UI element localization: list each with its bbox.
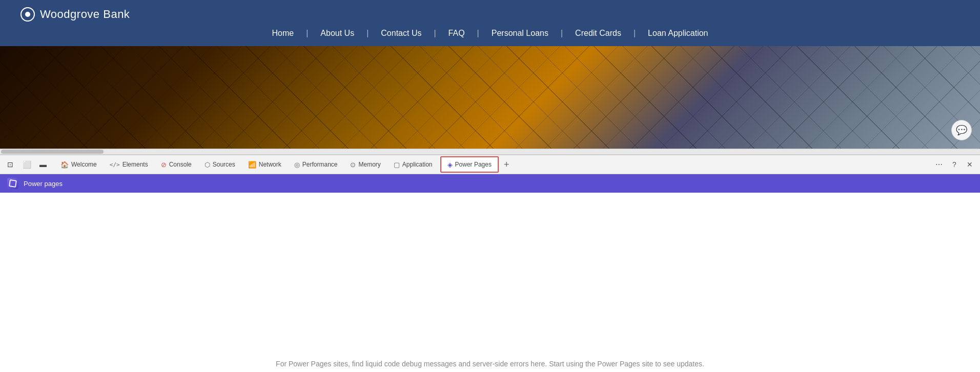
nav-about[interactable]: About Us	[308, 29, 366, 38]
more-icon: ⋯	[935, 160, 943, 169]
hero-image: 💬	[0, 46, 980, 149]
help-button[interactable]: ?	[947, 157, 962, 172]
power-pages-tab-icon: ◈	[447, 161, 453, 169]
dock-icon: ▬	[39, 160, 47, 169]
tab-elements[interactable]: </> Elements	[104, 155, 155, 174]
elements-icon: </>	[110, 161, 120, 168]
tab-power-pages[interactable]: ◈ Power Pages	[440, 156, 499, 173]
devtools-right-controls: ⋯ ? ✕	[932, 157, 977, 172]
close-devtools-button[interactable]: ✕	[963, 157, 977, 172]
bank-nav: Home | About Us | Contact Us | FAQ | Per…	[0, 29, 980, 46]
feedback-button[interactable]: 💬	[951, 120, 972, 140]
tab-network-label: Network	[259, 161, 281, 168]
scroll-thumb[interactable]	[1, 150, 104, 154]
plus-icon: +	[504, 159, 509, 170]
close-icon: ✕	[967, 160, 973, 169]
console-icon: ⊘	[161, 161, 167, 169]
horizontal-scrollbar[interactable]	[0, 149, 980, 155]
tab-application-label: Application	[402, 161, 433, 168]
devtools-tabbar: ⊡ ⬜ ▬ 🏠 Welcome </> Elements ⊘ Console	[0, 155, 980, 174]
help-icon: ?	[952, 160, 956, 169]
feedback-icon: 💬	[956, 125, 967, 136]
nav-home[interactable]: Home	[259, 29, 306, 38]
network-icon: 📶	[248, 161, 256, 169]
power-pages-logo	[7, 178, 18, 189]
devtools-tabs: 🏠 Welcome </> Elements ⊘ Console ⬡ Sourc…	[54, 155, 932, 174]
power-pages-content-area: For Power Pages sites, find liquid code …	[0, 193, 980, 372]
devtools-panel: ⊡ ⬜ ▬ 🏠 Welcome </> Elements ⊘ Console	[0, 155, 980, 372]
power-pages-logo-shape	[9, 179, 17, 188]
sources-icon: ⬡	[205, 161, 210, 169]
tab-power-pages-label: Power Pages	[455, 161, 492, 168]
bank-header: Woodgrove Bank	[0, 0, 980, 29]
add-tab-button[interactable]: +	[500, 155, 514, 174]
tab-elements-label: Elements	[122, 161, 148, 168]
device-emulation-button[interactable]: ⊡	[3, 157, 17, 172]
bank-logo	[21, 7, 35, 22]
tab-welcome-label: Welcome	[71, 161, 97, 168]
devtools-left-icons: ⊡ ⬜ ▬	[3, 157, 50, 172]
tab-console[interactable]: ⊘ Console	[155, 155, 198, 174]
tab-performance-label: Performance	[302, 161, 338, 168]
power-pages-panel-header: Power pages	[0, 174, 980, 193]
popout-icon: ⬜	[23, 160, 31, 169]
nav-faq[interactable]: FAQ	[436, 29, 477, 38]
tab-performance[interactable]: ◎ Performance	[288, 155, 344, 174]
nav-loans[interactable]: Personal Loans	[479, 29, 561, 38]
tab-application[interactable]: ▢ Application	[387, 155, 439, 174]
dock-button[interactable]: ▬	[36, 157, 50, 172]
tab-welcome[interactable]: 🏠 Welcome	[54, 155, 104, 174]
popout-button[interactable]: ⬜	[19, 157, 34, 172]
tab-sources-label: Sources	[213, 161, 235, 168]
tab-memory[interactable]: ⊙ Memory	[344, 155, 387, 174]
bank-title: Woodgrove Bank	[40, 8, 130, 21]
welcome-icon: 🏠	[60, 161, 69, 169]
application-icon: ▢	[394, 161, 400, 169]
nav-contact[interactable]: Contact Us	[369, 29, 434, 38]
tab-network[interactable]: 📶 Network	[242, 155, 288, 174]
power-pages-panel-title: Power pages	[24, 180, 63, 188]
memory-icon: ⊙	[350, 161, 356, 169]
power-pages-message: For Power Pages sites, find liquid code …	[276, 360, 704, 368]
tab-memory-label: Memory	[358, 161, 380, 168]
device-icon: ⊡	[7, 160, 13, 169]
performance-icon: ◎	[294, 161, 300, 169]
more-options-button[interactable]: ⋯	[932, 157, 946, 172]
nav-credit[interactable]: Credit Cards	[563, 29, 634, 38]
bank-logo-inner	[25, 12, 30, 17]
tab-console-label: Console	[169, 161, 192, 168]
tab-sources[interactable]: ⬡ Sources	[198, 155, 242, 174]
nav-loan-app[interactable]: Loan Application	[636, 29, 720, 38]
